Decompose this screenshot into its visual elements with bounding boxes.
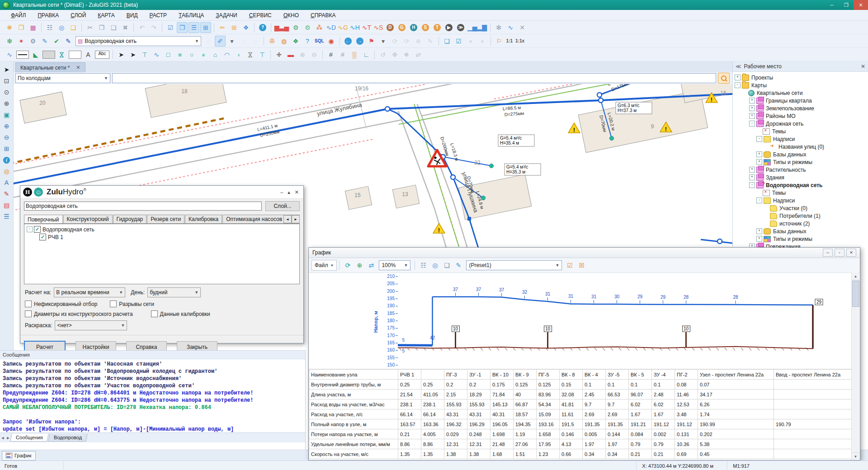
preset-delete-icon[interactable]: ☒ [576, 260, 587, 271]
undo-edit-icon[interactable]: ◌ [203, 36, 214, 47]
network-layer-field[interactable]: Водопроводная сеть [24, 202, 262, 211]
ellipse-icon[interactable]: ○ [186, 49, 197, 60]
checkbox-calibration-data[interactable] [151, 310, 158, 317]
map-edit-icon[interactable]: ✎ [39, 36, 50, 47]
tree-expander-icon[interactable]: + [756, 159, 762, 165]
print-icon[interactable]: ☷ [418, 260, 429, 271]
network-node[interactable] [451, 175, 455, 179]
tree-item-источник-2-[interactable]: источник (2) [735, 220, 868, 227]
valve-state-icon[interactable]: ⚙ [302, 22, 313, 33]
tree-item-дорожная-сеть[interactable]: -Дорожная сеть [735, 120, 868, 127]
tree-item-темы[interactable]: Темы [735, 127, 868, 135]
tree-item-типы-и-режимы[interactable]: +Типы и режимы [735, 235, 868, 243]
tree-item-землепользование[interactable]: +Землепользование [735, 104, 868, 112]
tree-item-водопроводная-сеть[interactable]: -Водопроводная сеть [735, 181, 868, 189]
checkbox-design-diameters[interactable] [25, 310, 32, 317]
profile-g-icon[interactable]: ∿G [337, 22, 349, 33]
run-all-icon[interactable]: ≫ [455, 22, 466, 33]
tree-item-потребители-1-[interactable]: Потребители (1) [735, 212, 868, 220]
edit-object-icon[interactable]: ✎ [1, 188, 12, 199]
add-node-icon[interactable]: ⊕ [297, 49, 308, 60]
tree-item-карты[interactable]: -Карты [735, 81, 868, 89]
search-input[interactable] [112, 73, 716, 83]
db-edit-icon[interactable]: ✏ [217, 22, 228, 33]
tree-item-базы-данных[interactable]: +Базы данных [735, 227, 868, 235]
polygon-icon[interactable]: ⌂ [210, 49, 221, 60]
hydro-tab-1[interactable]: Поверочный [24, 215, 63, 224]
mirror-icon[interactable]: ⇄ [413, 49, 424, 60]
cut-icon[interactable]: ✂ [85, 22, 95, 33]
collapse-panel-icon[interactable]: ≪ [736, 63, 741, 70]
chart-maximize-icon[interactable]: ▫ [835, 249, 844, 257]
pencil-tool-icon[interactable]: ✐ [215, 36, 226, 47]
consumer-node[interactable] [610, 136, 614, 141]
find-object-icon[interactable]: ❖ [241, 22, 251, 33]
layer-select-button[interactable]: Слой... [265, 201, 300, 211]
tasks-panel-icon[interactable]: ☑ [165, 22, 176, 33]
table-row[interactable]: Внутренний диаметр трубы, м0.250.250.20.… [309, 380, 853, 390]
network-node[interactable] [717, 239, 722, 244]
messages-tab-1[interactable]: Сообщения [10, 434, 48, 442]
network-node[interactable] [385, 107, 390, 111]
symbol-insert-icon[interactable]: ⋈ [245, 49, 256, 60]
tree-item-надписи[interactable]: -Надписи [735, 197, 868, 204]
tree-item-базы-данных[interactable]: +Базы данных [735, 150, 868, 158]
select-rect-icon[interactable]: ⊡ [1, 75, 12, 86]
print-preview-icon[interactable]: ◎ [429, 260, 440, 271]
symbol-style-icon[interactable]: ⋈ [57, 49, 67, 60]
calc-mode-combo[interactable]: В реальном времени▼ [54, 287, 125, 297]
bookmark-menu-icon[interactable]: ▾ [378, 36, 389, 47]
tree-expander-icon[interactable]: + [749, 167, 755, 173]
draw-settings-icon[interactable]: ✎ [453, 260, 464, 271]
tree-expander-icon[interactable]: + [749, 98, 755, 103]
del-vertex-icon[interactable]: ▬ [285, 49, 296, 60]
pointer-tool-icon[interactable]: ➤ [1, 64, 12, 75]
print-legend-icon[interactable]: ☑ [453, 36, 464, 47]
grid-snap-icon[interactable]: # [337, 49, 348, 60]
help-icon[interactable]: ? [257, 22, 268, 33]
search-mode-combo[interactable]: По колодцам ▼ [15, 73, 110, 83]
copy-icon[interactable]: ❐ [96, 22, 107, 33]
tree-expander-icon[interactable]: + [756, 151, 762, 157]
zoom-plus-icon[interactable]: ⊕ [354, 260, 365, 271]
chart-scrollbar[interactable]: ▲ ▼ [851, 273, 859, 460]
network-node[interactable] [597, 93, 602, 97]
tab-prev-icon[interactable]: ◄ [0, 436, 5, 440]
preset-save-icon[interactable]: ☑ [564, 260, 575, 271]
maximize-button[interactable]: ❐ [839, 0, 854, 10]
find-what-icon[interactable]: ? [302, 36, 313, 47]
pencil-menu-icon[interactable]: ▾ [226, 36, 237, 47]
select-circle-icon[interactable]: ⊙ [1, 87, 12, 98]
select-grid-icon[interactable]: ▒ [349, 49, 360, 60]
badge-s-icon[interactable]: S [420, 22, 431, 33]
remove-map-icon[interactable]: ✴ [16, 36, 27, 47]
zoom-window-icon[interactable]: ⊞ [1, 143, 12, 154]
refresh-view-icon[interactable]: ⟳ [342, 260, 353, 271]
tree-expander-icon[interactable]: - [27, 226, 33, 232]
attributes-icon[interactable]: A [1, 177, 12, 188]
print-icon[interactable]: ☷ [44, 22, 55, 33]
thematic-map-icon[interactable]: ❖ [290, 36, 301, 47]
tree-expander-icon[interactable]: + [749, 174, 755, 180]
menu-правка[interactable]: ПРАВКА [33, 11, 63, 20]
sync-db3-icon[interactable]: ⊕ [413, 36, 424, 47]
save-icon[interactable]: ▦ [28, 22, 38, 33]
pointer-node-icon[interactable]: ➤ [127, 49, 138, 60]
profile-tool-icon[interactable]: ▤ [1, 200, 12, 211]
back-icon[interactable]: ← [343, 36, 354, 47]
hydro-tab-5[interactable]: Калибровка [185, 215, 222, 223]
bookmark-icon[interactable]: ⚑ [366, 36, 377, 47]
page-setup-icon[interactable]: ❏ [441, 260, 452, 271]
sector-icon[interactable]: ◗ [233, 49, 244, 60]
tree-item-темы[interactable]: Темы [735, 189, 868, 197]
print-map-icon[interactable]: ❏ [442, 36, 453, 47]
tree-item-названия-улиц-0-[interactable]: Названия улиц (0) [735, 143, 868, 150]
pointer-icon[interactable]: ➤ [116, 49, 127, 60]
warning-icon[interactable]: ! [568, 123, 580, 133]
edit-mode-icon[interactable]: ✎ [63, 36, 74, 47]
table-row[interactable]: Потери напора на участке, м0.214.0050.02… [309, 429, 853, 439]
view-frame-icon[interactable]: ▣ [1, 109, 12, 120]
map-check-icon[interactable]: ✔ [51, 36, 62, 47]
hydro-tab-6[interactable]: Оптимизация насосов [222, 215, 286, 223]
tree-checkbox[interactable]: ✓ [39, 234, 46, 240]
